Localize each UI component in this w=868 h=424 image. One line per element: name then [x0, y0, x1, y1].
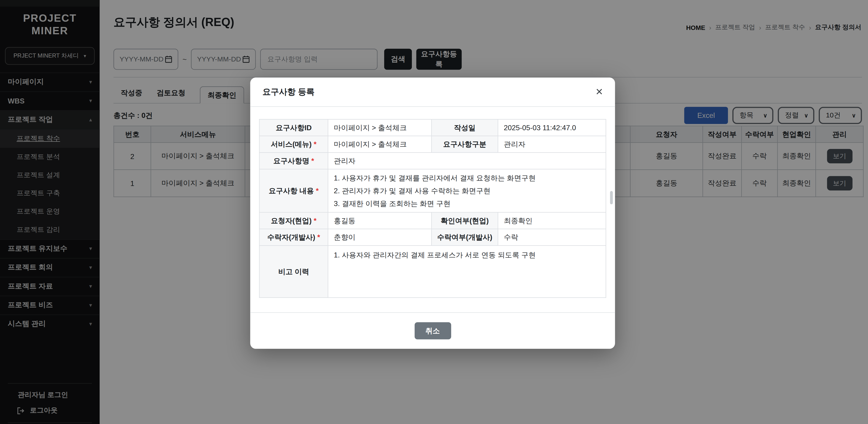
field-row: 요청자(현업) * 홍길동 확인여부(현업) 최종확인 — [259, 212, 606, 229]
field-value-name: 관리자 — [328, 153, 606, 169]
field-label-req-id: 요구사항ID — [259, 119, 328, 136]
modal-footer: 취소 — [250, 312, 615, 349]
field-row: 비고 이력 1. 사용자와 관리자간의 결제 프로세스가 서로 연동 되도록 구… — [259, 246, 606, 298]
field-value-accept: 수락 — [498, 229, 606, 246]
modal-title: 요구사항 등록 — [262, 87, 314, 97]
field-label-acceptor: 수락자(개발사) * — [259, 229, 328, 246]
requirement-register-modal: 요구사항 등록 × 요구사항ID 마이페이지 > 출석체크 작성일 2025-0… — [250, 78, 615, 349]
content-line: 3. 결재한 이력을 조회하는 화면 구현 — [334, 197, 600, 210]
modal-scrollbar-thumb[interactable] — [610, 191, 613, 204]
field-value-content: 1. 사용자가 휴가 및 결재를 관리자에서 결재 요청하는 화면구현 2. 관… — [328, 169, 606, 212]
field-label-text: 요청자(현업) — [271, 216, 312, 224]
field-label-created: 작성일 — [432, 119, 498, 136]
content-line: 1. 사용자가 휴가 및 결재를 관리자에서 결재 요청하는 화면구현 — [334, 172, 600, 184]
field-row: 요구사항ID 마이페이지 > 출석체크 작성일 2025-05-03 11:42… — [259, 119, 606, 136]
field-row: 수락자(개발사) * 춘향이 수락여부(개발사) 수락 — [259, 229, 606, 246]
field-label-service: 서비스(메뉴) * — [259, 136, 328, 153]
field-label-text: 요구사항 내용 — [269, 186, 314, 194]
field-value-acceptor: 춘향이 — [328, 229, 432, 246]
required-mark: * — [316, 186, 319, 194]
required-mark: * — [317, 233, 320, 241]
field-value-requester: 홍길동 — [328, 212, 432, 229]
app-root: PROJECT MINER PRJECT MINERT 차세디 ▾ 마이페이지 … — [0, 0, 868, 424]
field-value-req-id: 마이페이지 > 출석체크 — [328, 119, 432, 136]
field-value-type: 관리자 — [498, 136, 606, 153]
field-label-content: 요구사항 내용 * — [259, 169, 328, 212]
required-mark: * — [314, 140, 316, 148]
field-row: 요구사항명 * 관리자 — [259, 153, 606, 169]
required-mark: * — [314, 216, 316, 224]
requirement-detail-table: 요구사항ID 마이페이지 > 출석체크 작성일 2025-05-03 11:42… — [259, 119, 606, 298]
field-value-confirm: 최종확인 — [498, 212, 606, 229]
field-row: 서비스(메뉴) * 마이페이지 > 출석체크 요구사항구분 관리자 — [259, 136, 606, 153]
field-label-note: 비고 이력 — [259, 246, 328, 298]
field-label-text: 수락자(개발사) — [267, 233, 315, 241]
field-label-text: 서비스(메뉴) — [271, 140, 312, 148]
close-icon[interactable]: × — [596, 86, 603, 98]
cancel-button[interactable]: 취소 — [414, 322, 451, 339]
field-label-name: 요구사항명 * — [259, 153, 328, 169]
field-label-text: 요구사항명 — [273, 156, 309, 165]
field-label-accept: 수락여부(개발사) — [432, 229, 498, 246]
modal-header: 요구사항 등록 × — [250, 78, 615, 107]
field-label-requester: 요청자(현업) * — [259, 212, 328, 229]
field-label-type: 요구사항구분 — [432, 136, 498, 153]
modal-body: 요구사항ID 마이페이지 > 출석체크 작성일 2025-05-03 11:42… — [250, 107, 615, 298]
field-row: 요구사항 내용 * 1. 사용자가 휴가 및 결재를 관리자에서 결재 요청하는… — [259, 169, 606, 212]
content-line: 2. 관리자가 휴가 및 결재 사용 수락하는 화면구현 — [334, 184, 600, 197]
required-mark: * — [311, 156, 314, 165]
field-value-note: 1. 사용자와 관리자간의 결제 프로세스가 서로 연동 되도록 구현 — [328, 246, 606, 298]
field-value-service: 마이페이지 > 출석체크 — [328, 136, 432, 153]
field-label-confirm: 확인여부(현업) — [432, 212, 498, 229]
field-value-created: 2025-05-03 11:42:47.0 — [498, 119, 606, 136]
